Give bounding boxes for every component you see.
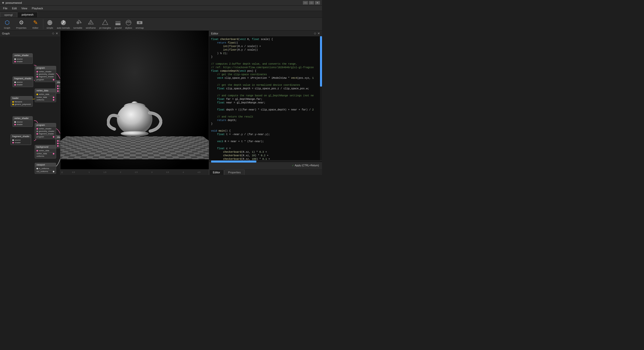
node-vertex-shader-2[interactable]: vertex_shader source shader bbox=[13, 116, 33, 127]
editor-panel-close[interactable]: ✕ bbox=[317, 32, 320, 35]
node-vertex-data-1[interactable]: vertex_data vertex_data vertex_data unif… bbox=[35, 89, 56, 102]
code-line: // and return the result bbox=[211, 115, 318, 119]
svg-point-0 bbox=[47, 20, 52, 25]
port-label: vertex_data bbox=[36, 152, 47, 155]
minimize-button[interactable]: — bbox=[303, 1, 308, 5]
editor-scrollbar-track[interactable] bbox=[320, 36, 322, 160]
toolbar-ground[interactable]: ground bbox=[113, 19, 123, 30]
node-title: vertex_data bbox=[35, 89, 56, 92]
port-label: vertex_data bbox=[39, 93, 49, 95]
viewport-canvas[interactable] bbox=[60, 31, 209, 169]
port-dot bbox=[12, 139, 14, 141]
node-port: source bbox=[14, 58, 31, 60]
code-line: vec4 clip_space_pos = iProjection * iMod… bbox=[211, 76, 318, 80]
turntable-icon bbox=[74, 19, 82, 26]
graph-panel-title: Graph bbox=[2, 32, 10, 35]
port-label: source bbox=[15, 139, 21, 141]
properties-label: Properties bbox=[16, 27, 26, 29]
apply-button[interactable]: ✓ Apply (CTRL+Return) bbox=[209, 162, 322, 168]
node-program-1[interactable]: program vertex_shader geometry_shader fr… bbox=[35, 66, 56, 82]
node-vertex-shader-1[interactable]: vertex_shader source shader bbox=[13, 53, 33, 64]
editor-icon: ✎ bbox=[32, 19, 39, 26]
node-fragment-shader-2[interactable]: fragment_shader source shader bbox=[11, 134, 31, 145]
menu-playback[interactable]: Playback bbox=[30, 6, 45, 10]
menu-file[interactable]: File bbox=[1, 6, 10, 10]
tab-opengl[interactable]: opengl bbox=[0, 12, 17, 17]
svg-marker-11 bbox=[102, 20, 108, 25]
code-editor-area[interactable]: float checkerboard(vec2 R, float scale) … bbox=[209, 36, 322, 160]
editor-tab-properties[interactable]: Properties bbox=[224, 170, 245, 175]
port-dot bbox=[14, 58, 16, 60]
port-dot bbox=[36, 128, 38, 130]
node-program-2[interactable]: program vertex_shader geometry_shader fr… bbox=[35, 123, 56, 139]
port-label: program bbox=[59, 140, 60, 142]
graph-panel-controls[interactable]: ◇ ✕ bbox=[52, 32, 58, 35]
timeline[interactable]: 0 0.5 1 1.5 2 2.5 3 3.5 4 4.5 bbox=[60, 169, 209, 175]
wireframe-label: wireframe bbox=[86, 27, 96, 29]
properties-icon: ⚙ bbox=[18, 19, 25, 26]
editor-panel-pin[interactable]: ◇ bbox=[314, 32, 316, 35]
node-fragment-shader-1[interactable]: fragment_shader source shader bbox=[13, 76, 33, 87]
close-button[interactable]: ✕ bbox=[315, 1, 320, 5]
svg-rect-12 bbox=[115, 23, 120, 25]
menu-view[interactable]: View bbox=[19, 6, 29, 10]
editor-hscrollbar[interactable] bbox=[209, 160, 322, 162]
port-dot bbox=[36, 71, 38, 72]
port-label: vertex_shader bbox=[39, 70, 52, 73]
node-viewport-1[interactable]: viewport in_uniforms out_uniforms bbox=[35, 163, 56, 174]
toolbar-properties[interactable]: ⚙ Properties bbox=[14, 19, 29, 30]
editor-tab-editor[interactable]: Editor bbox=[209, 170, 224, 175]
node-port: out_uniforms bbox=[36, 170, 54, 173]
toolbar-envmap[interactable]: envmap bbox=[134, 19, 145, 30]
toolbar-wireframe[interactable]: wireframe bbox=[84, 19, 97, 30]
simple-label: simple bbox=[47, 27, 53, 29]
editor-scrollbar-thumb[interactable] bbox=[320, 36, 322, 87]
port-label: shader bbox=[17, 84, 23, 86]
toolbar-skybox[interactable]: skybox bbox=[124, 19, 134, 30]
code-line: checkerboard(R.xz, 100) * 0.1 + bbox=[211, 158, 318, 160]
menu-edit[interactable]: Edit bbox=[10, 6, 19, 10]
editor-panel-controls[interactable]: ◇ ✕ bbox=[314, 32, 320, 35]
node-port: program bbox=[57, 85, 60, 87]
node-port: shader bbox=[12, 141, 29, 144]
code-line bbox=[211, 112, 318, 115]
graph-panel-close[interactable]: ✕ bbox=[56, 32, 58, 35]
toolbar-editor[interactable]: ✎ Editor bbox=[29, 19, 42, 30]
editor-panel-header: Editor ◇ ✕ bbox=[209, 31, 322, 36]
tab-polymesh[interactable]: polymesh bbox=[17, 12, 38, 17]
code-line: int(floor(R.y / scale)) bbox=[211, 48, 318, 52]
port-label: source bbox=[17, 58, 23, 60]
port-dot bbox=[12, 101, 14, 103]
code-line: // get the clip-space coordinates bbox=[211, 73, 318, 76]
titlebar: ◈ possumwood — □ ✕ bbox=[0, 0, 322, 6]
port-label: vertex_data bbox=[39, 149, 49, 152]
toolbar-graph[interactable]: ⬡ Graph bbox=[1, 19, 13, 30]
port-dot bbox=[57, 145, 59, 147]
toolbar-turntable[interactable]: turntable bbox=[72, 19, 84, 30]
editor-hscroll-thumb[interactable] bbox=[211, 161, 256, 163]
envmap-label: envmap bbox=[136, 27, 144, 29]
graph-icon: ⬡ bbox=[4, 19, 11, 26]
wireframe-icon bbox=[87, 19, 94, 26]
node-port: vertex_data bbox=[36, 152, 54, 155]
code-line: } bbox=[211, 122, 318, 126]
ground-icon bbox=[114, 19, 122, 26]
graph-panel-pin[interactable]: ◇ bbox=[52, 32, 54, 35]
node-title: fragment_shader bbox=[11, 135, 31, 138]
pn-triangles-icon bbox=[102, 19, 109, 26]
toolbar-pn-triangles[interactable]: pn triangles bbox=[98, 19, 113, 30]
svg-point-7 bbox=[76, 21, 79, 24]
toolbar-auto-normals[interactable]: auto normals bbox=[55, 19, 71, 30]
code-line: // get the depth value in normalized dev… bbox=[211, 84, 318, 87]
code-line: ) % 2); bbox=[211, 52, 318, 55]
toolbar-simple[interactable]: simple bbox=[45, 19, 55, 30]
node-background-1[interactable]: background vertex_data vertex_data unifo… bbox=[35, 145, 56, 159]
node-loader-1[interactable]: loader filename generic_polymesh bbox=[11, 96, 33, 107]
maximize-button[interactable]: □ bbox=[309, 1, 314, 5]
code-line: float far = gl_DepthRange.far; bbox=[211, 98, 318, 101]
code-line: // and compute the range based on gl_Dep… bbox=[211, 94, 318, 98]
node-title: viewport bbox=[35, 163, 56, 167]
graph-canvas[interactable]: vertex_shader source shader program vert… bbox=[0, 36, 60, 175]
node-title: background bbox=[35, 145, 56, 149]
window-controls[interactable]: — □ ✕ bbox=[303, 1, 320, 5]
